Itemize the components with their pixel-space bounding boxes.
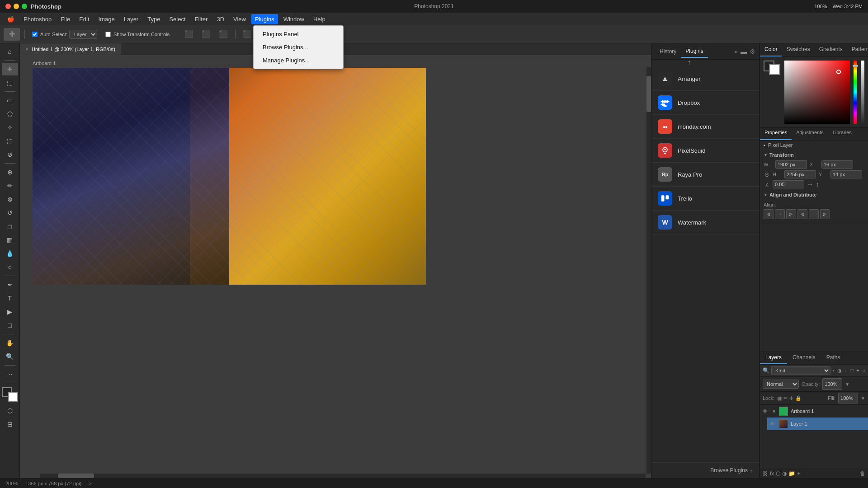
align-right-edge-btn[interactable]: ⫸ (786, 209, 796, 219)
lock-artboards-btn[interactable]: ✛ (789, 395, 793, 401)
document-tab-1[interactable]: ✕ Untitled-1 @ 200% (Layer 1, RGB/8#) (20, 43, 121, 55)
path-select-tool[interactable]: ▶ (2, 305, 18, 318)
scrollbar-h-thumb[interactable] (58, 474, 94, 478)
menu-plugins[interactable]: Plugins (251, 14, 278, 24)
screen-mode-tool[interactable]: ⊟ (2, 418, 18, 431)
eyedropper-tool[interactable]: ⊘ (2, 148, 18, 161)
lock-pixels-btn[interactable]: ▦ (777, 395, 782, 401)
scrollbar-v-thumb[interactable] (646, 76, 651, 112)
background-color[interactable] (8, 392, 18, 402)
layer-styles-icon[interactable]: fx (770, 470, 774, 477)
auto-select-dropdown[interactable]: Layer (69, 30, 97, 39)
transform-controls-checkbox[interactable] (105, 32, 111, 37)
filter-toggle[interactable]: ○ (862, 368, 865, 373)
group-icon[interactable]: 📁 (788, 470, 795, 477)
paths-tab[interactable]: Paths (821, 352, 846, 364)
artboard-layer-item[interactable]: 👁 ▼ Artboard 1 (760, 405, 868, 418)
bg-color-swatch[interactable] (769, 64, 780, 75)
link-layers-icon[interactable]: ⛓ (763, 470, 768, 477)
delete-layer-icon[interactable]: 🗑 (860, 470, 865, 477)
plugin-dropbox[interactable]: Dropbox (651, 91, 759, 115)
pen-tool[interactable]: ✒ (2, 278, 18, 291)
blur-tool[interactable]: 💧 (2, 247, 18, 260)
color-tab[interactable]: Color (760, 43, 782, 56)
mask-icon[interactable]: ⬡ (776, 470, 780, 477)
align-left-btn[interactable]: ⬛ (182, 28, 196, 40)
close-button[interactable] (5, 4, 11, 9)
artboard-visibility[interactable]: 👁 (763, 408, 769, 414)
flip-v-icon[interactable]: ↕ (816, 181, 819, 188)
align-top-edge-btn[interactable]: ⫷ (797, 209, 807, 219)
align-center-h-btn[interactable]: ⫶ (775, 209, 785, 219)
adjustments-tab[interactable]: Adjustments (792, 128, 828, 140)
menu-apple[interactable]: 🍎 (4, 14, 18, 24)
hue-bar[interactable] (854, 61, 857, 124)
layer1-visibility[interactable]: 👁 (770, 421, 776, 427)
hand-tool[interactable]: ✋ (2, 337, 18, 349)
menu-window[interactable]: Window (280, 14, 308, 24)
eraser-tool[interactable]: ◻ (2, 220, 18, 233)
plugin-rayapro[interactable]: Rp Raya Pro (651, 163, 759, 187)
lock-all-btn[interactable]: 🔒 (795, 395, 802, 401)
plugin-pixelsquid[interactable]: PixelSquid (651, 139, 759, 163)
auto-select-checkbox[interactable] (32, 32, 38, 37)
align-center-v-btn[interactable]: ⫶ (809, 209, 819, 219)
history-tab[interactable]: History (655, 46, 681, 57)
filter-kind-select[interactable]: Kind (771, 366, 830, 375)
plugin-monday[interactable]: ●● monday.com (651, 115, 759, 139)
scrollbar-vertical[interactable] (646, 67, 651, 474)
healing-tool[interactable]: ⊕ (2, 166, 18, 178)
browse-plugins-item[interactable]: Browse Plugins... (254, 41, 343, 54)
more-tools[interactable]: ··· (2, 368, 18, 380)
brush-tool[interactable]: ✏ (2, 179, 18, 192)
align-bottom-edge-btn[interactable]: ⫸ (820, 209, 830, 219)
color-picker-cursor[interactable] (836, 70, 841, 74)
filter-pixel-icon[interactable]: ▪ (832, 367, 835, 374)
history-brush-tool[interactable]: ↺ (2, 206, 18, 219)
canvas-content[interactable]: Artboard 1 (20, 55, 651, 478)
lock-position-btn[interactable]: ✏ (783, 395, 788, 401)
layer1-item[interactable]: 👁 Layer 1 (767, 418, 868, 430)
filter-smart-icon[interactable]: ✦ (855, 367, 860, 374)
plugins-panel-item[interactable]: Plugins Panel (254, 28, 343, 41)
panel-collapse-icon[interactable]: ▬ (741, 48, 747, 55)
shape-tool[interactable]: □ (2, 319, 18, 332)
menu-view[interactable]: View (230, 14, 250, 24)
menu-filter[interactable]: Filter (191, 14, 212, 24)
plugins-tab[interactable]: Plugins (681, 45, 708, 58)
w-input[interactable] (775, 160, 807, 169)
crop-tool[interactable]: ⬚ (2, 135, 18, 147)
move-tool[interactable]: ✛ (2, 63, 18, 75)
properties-tab[interactable]: Properties (760, 128, 792, 140)
transform-header[interactable]: ▼ Transform (760, 150, 868, 160)
zoom-tool[interactable]: 🔍 (2, 350, 18, 363)
close-tab-icon[interactable]: ✕ (25, 47, 29, 52)
artboard-tool[interactable]: ⬚ (2, 76, 18, 89)
window-controls[interactable] (5, 4, 27, 9)
angle-input[interactable] (773, 180, 804, 188)
browse-plugins-btn[interactable]: Browse Plugins + (651, 462, 759, 478)
menu-type[interactable]: Type (144, 14, 164, 24)
filter-adjust-icon[interactable]: ◑ (837, 367, 842, 374)
fg-bg-colors[interactable] (2, 387, 18, 402)
minimize-button[interactable] (14, 4, 19, 9)
plugin-arranger[interactable]: ▲ Arranger (651, 67, 759, 91)
scrollbar-horizontal[interactable] (40, 474, 646, 478)
layers-tab[interactable]: Layers (760, 352, 787, 364)
home-tool[interactable]: ⌂ (2, 45, 18, 58)
libraries-tab[interactable]: Libraries (828, 128, 856, 140)
stamp-tool[interactable]: ⊗ (2, 193, 18, 206)
panel-settings-icon[interactable]: ⚙ (750, 48, 755, 55)
text-tool[interactable]: T (2, 292, 18, 305)
gradients-tab[interactable]: Gradients (815, 43, 847, 56)
filter-text-icon[interactable]: T (844, 367, 848, 374)
align-distribute-header[interactable]: ▼ Align and Distribute (760, 189, 868, 199)
quick-mask-tool[interactable]: ⬡ (2, 404, 18, 417)
align-right-btn[interactable]: ⬛ (216, 28, 231, 40)
maximize-button[interactable] (22, 4, 27, 9)
new-layer-icon[interactable]: + (797, 470, 800, 477)
alpha-bar[interactable] (861, 61, 864, 124)
patterns-tab[interactable]: Patterns (847, 43, 868, 56)
align-center-btn[interactable]: ⬛ (199, 28, 213, 40)
h-input[interactable] (784, 170, 816, 178)
